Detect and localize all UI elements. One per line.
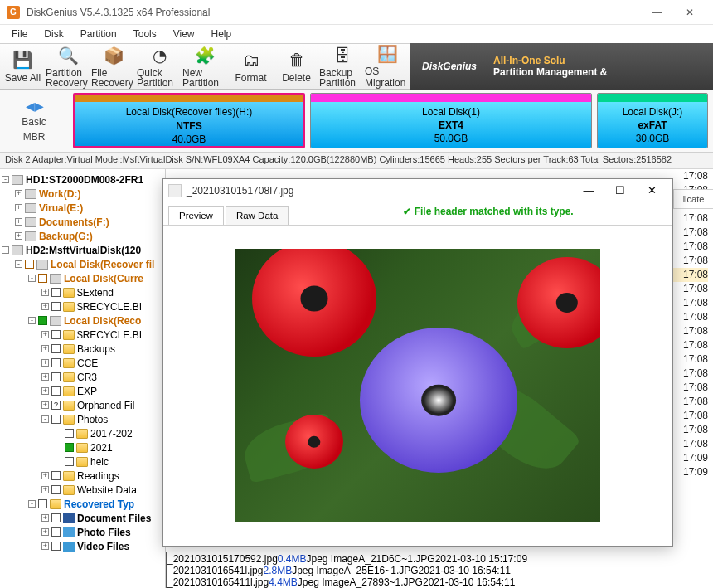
- backup-partition-button[interactable]: 🗄Backup Partition: [319, 44, 365, 89]
- partition-strip: Local Disk(Recover files)(H:)NTFS40.0GB …: [68, 90, 713, 152]
- file-row[interactable]: _2021031015170592.jpg0.4MBJpeg ImageA_21…: [166, 553, 713, 565]
- backup-icon: 🗄: [331, 45, 354, 66]
- tree-documents[interactable]: Documents(F:): [39, 216, 109, 228]
- preview-title: _20210310151708I7.jpg: [187, 185, 573, 197]
- disk-info-bar: Disk 2 Adapter:Virtual Model:MsftVirtual…: [0, 153, 713, 169]
- tab-raw-data[interactable]: Raw Data: [226, 206, 289, 225]
- new-partition-button[interactable]: 🧩New Partition: [182, 44, 228, 89]
- duplicate-tab[interactable]: licate: [673, 189, 713, 209]
- partition-1[interactable]: Local Disk(1)EXT450.0GB: [310, 93, 592, 148]
- tree-photos[interactable]: Photos: [77, 414, 108, 425]
- tab-preview[interactable]: Preview: [168, 206, 224, 225]
- partition-j[interactable]: Local Disk(J:)exFAT30.0GB: [597, 93, 708, 148]
- tree-hd2[interactable]: HD2:MsftVirtualDisk(120: [26, 245, 141, 256]
- os-migration-button[interactable]: 🪟OS Migration: [365, 44, 410, 89]
- preview-minimize-button[interactable]: —: [573, 180, 604, 202]
- directory-tree[interactable]: -HD1:ST2000DM008-2FR1 +Work(D:) +Virual(…: [0, 169, 166, 588]
- tree-recovered[interactable]: Local Disk(Reco: [64, 315, 141, 327]
- preview-titlebar: _20210310151708I7.jpg — ☐ ✕: [163, 179, 672, 202]
- window-icon: 🪟: [376, 44, 400, 64]
- preview-tabs: Preview Raw Data File header matched wit…: [163, 202, 672, 226]
- tree-hd1[interactable]: HD1:ST2000DM008-2FR1: [26, 174, 143, 186]
- puzzle-icon: 🧩: [194, 45, 217, 66]
- tree-backup[interactable]: Backup(G:): [39, 231, 93, 242]
- preview-body: [163, 226, 672, 546]
- toolbar: 💾Save All 🔍Partition Recovery 📦File Reco…: [0, 43, 713, 90]
- format-button[interactable]: 🗂Format: [228, 44, 274, 89]
- menu-help[interactable]: Help: [205, 27, 239, 41]
- preview-image: [235, 249, 600, 522]
- file-recovery-button[interactable]: 📦File Recovery: [91, 44, 137, 89]
- menu-disk[interactable]: Disk: [37, 27, 70, 41]
- magnifier-icon: 🔍: [57, 45, 80, 66]
- save-all-button[interactable]: 💾Save All: [0, 44, 46, 89]
- file-icon: [168, 184, 182, 197]
- partition-recovery-button[interactable]: 🔍Partition Recovery: [46, 44, 91, 89]
- pie-icon: ◔: [148, 45, 172, 66]
- nav-arrows[interactable]: ◀ ▶: [26, 100, 42, 113]
- menubar: File Disk Partition Tools View Help: [0, 25, 713, 43]
- file-row[interactable]: _2021031016541l.jpg2.8MBJpeg ImageA_25E1…: [166, 565, 713, 576]
- partition-h[interactable]: Local Disk(Recover files)(H:)NTFS40.0GB: [73, 93, 305, 148]
- trash-icon: 🗑: [285, 49, 308, 70]
- preview-close-button[interactable]: ✕: [636, 180, 667, 202]
- preview-status: File header matched with its type.: [313, 206, 664, 217]
- tree-work[interactable]: Work(D:): [39, 188, 80, 200]
- disk-icon: [12, 175, 23, 185]
- window-title: DiskGenius V5.4.3.1325 x64 Professional: [27, 7, 640, 18]
- format-icon: 🗂: [240, 49, 263, 70]
- word-icon: [63, 513, 75, 523]
- menu-file[interactable]: File: [5, 27, 34, 41]
- disk-map-nav: ◀ ▶ Basic MBR: [0, 90, 68, 152]
- preview-maximize-button[interactable]: ☐: [604, 180, 636, 202]
- quick-partition-button[interactable]: ◔Quick Partition: [137, 44, 182, 89]
- app-logo-icon: G: [7, 6, 20, 19]
- menu-view[interactable]: View: [167, 27, 201, 41]
- titlebar: G DiskGenius V5.4.3.1325 x64 Professiona…: [0, 0, 713, 25]
- video-icon: [63, 542, 75, 552]
- delete-button[interactable]: 🗑Delete: [274, 44, 319, 89]
- disk-map: ◀ ▶ Basic MBR Local Disk(Recover files)(…: [0, 90, 713, 153]
- modified-times-column: 17:0817:0816:54:1117:0817:0817:0817:0817…: [669, 169, 708, 479]
- close-button[interactable]: ✕: [673, 1, 706, 24]
- image-icon: [63, 527, 75, 537]
- menu-partition[interactable]: Partition: [74, 27, 124, 41]
- tree-2021[interactable]: 2021: [90, 442, 113, 454]
- menu-tools[interactable]: Tools: [127, 27, 163, 41]
- tree-recovered-types[interactable]: Recovered Typ: [64, 498, 134, 510]
- expand-icon[interactable]: -: [2, 176, 9, 183]
- minimize-button[interactable]: —: [640, 1, 673, 24]
- file-row[interactable]: _20210310165411l.jpg4.4MBJpeg ImageA_278…: [166, 576, 713, 588]
- box-icon: 📦: [103, 45, 126, 66]
- tree-current[interactable]: Local Disk(Curre: [64, 273, 143, 284]
- brand-name: DiskGenius: [422, 61, 477, 72]
- brand-banner: DiskGenius All-In-One Solu Partition Man…: [410, 43, 713, 90]
- save-icon: 💾: [12, 49, 35, 70]
- preview-window: _20210310151708I7.jpg — ☐ ✕ Preview Raw …: [162, 178, 673, 547]
- tree-virual[interactable]: Virual(E:): [39, 202, 83, 214]
- tree-recover[interactable]: Local Disk(Recover fil: [51, 259, 154, 270]
- folder-icon: [63, 288, 75, 298]
